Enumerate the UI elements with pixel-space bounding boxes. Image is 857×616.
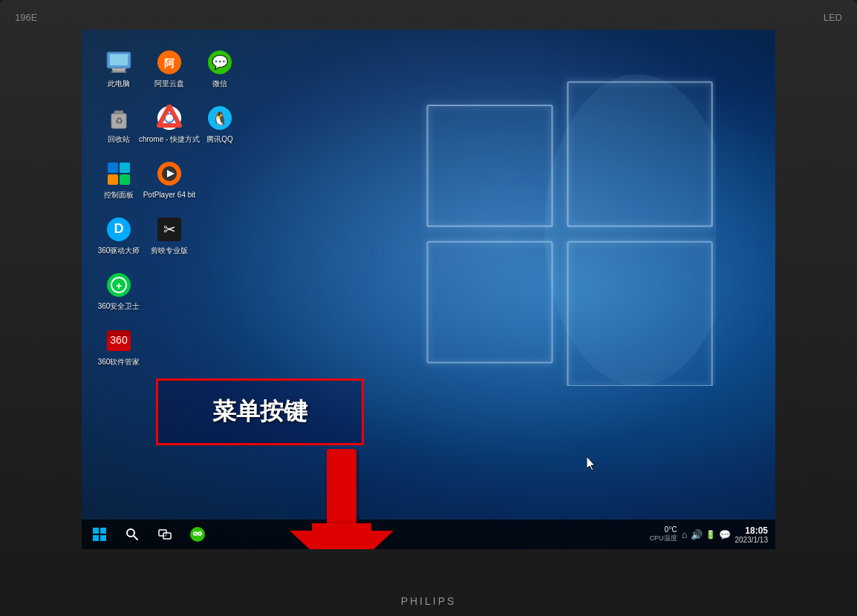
- this-pc-icon: [104, 47, 134, 77]
- windows-logo: [404, 74, 716, 386]
- icon-control-panel[interactable]: 控制面板: [97, 156, 141, 203]
- monitor-model-left: 196E: [15, 12, 37, 23]
- 360driver-label: 360驱动大师: [98, 246, 140, 255]
- desktop-background[interactable]: 此电脑 阿 阿里云盘: [82, 30, 775, 549]
- svg-rect-47: [93, 535, 99, 541]
- 360software-label: 360软件管家: [98, 358, 140, 367]
- icon-row-5: + 360安全卫士: [97, 267, 242, 314]
- control-panel-label: 控制面板: [104, 191, 134, 200]
- svg-point-57: [199, 533, 201, 534]
- this-pc-label: 此电脑: [108, 79, 130, 88]
- monitor-top-bar: 196E LED: [0, 6, 857, 28]
- icon-this-pc[interactable]: 此电脑: [97, 45, 141, 91]
- red-arrow: [290, 449, 394, 549]
- icon-chrome[interactable]: chrome - 快捷方式: [147, 100, 192, 147]
- monitor-brand: PHILIPS: [401, 595, 457, 607]
- svg-point-53: [190, 527, 205, 542]
- network-icon[interactable]: ⌂: [682, 529, 688, 540]
- aliyun-icon: 阿: [154, 47, 184, 77]
- svg-rect-48: [100, 535, 106, 541]
- icon-jianying[interactable]: ✂ 剪映专业版: [147, 212, 192, 258]
- mouse-cursor: [587, 456, 596, 471]
- svg-rect-25: [108, 163, 118, 173]
- 360guard-icon: +: [104, 270, 134, 300]
- svg-line-50: [134, 536, 137, 540]
- svg-text:+: +: [116, 280, 122, 292]
- svg-text:D: D: [114, 221, 124, 236]
- taskbar: 0°C CPU温度 ⌂ 🔊 🔋 💬 18:05 2023/: [82, 520, 775, 549]
- jianying-label: 剪映专业版: [151, 246, 188, 255]
- cpu-label: CPU温度: [650, 534, 677, 543]
- battery-icon[interactable]: 🔋: [706, 530, 716, 540]
- recycle-icon: ♻: [104, 103, 134, 133]
- chrome-label: chrome - 快捷方式: [139, 135, 200, 144]
- potplayer-icon: [154, 159, 184, 189]
- notification-icon[interactable]: 💬: [719, 529, 731, 540]
- svg-text:💬: 💬: [212, 54, 229, 71]
- svg-text:360: 360: [110, 334, 128, 346]
- 360driver-icon: D: [104, 214, 134, 244]
- icon-row-4: D 360驱动大师 ✂ 剪映专业版: [97, 212, 242, 258]
- icon-qq[interactable]: 🐧 腾讯QQ: [198, 100, 242, 147]
- qq-icon: 🐧: [205, 103, 235, 133]
- taskbar-system-icons: ⌂ 🔊 🔋 💬: [682, 529, 731, 540]
- desktop-icons: 此电脑 阿 阿里云盘: [97, 45, 242, 376]
- wechat-icon: 💬: [205, 47, 235, 77]
- icon-wechat[interactable]: 💬 微信: [198, 45, 242, 91]
- screen: 此电脑 阿 阿里云盘: [82, 30, 775, 549]
- icon-360software[interactable]: 360 360软件管家: [97, 323, 141, 370]
- monitor-model-right: LED: [824, 12, 842, 23]
- svg-rect-45: [93, 528, 99, 534]
- 360software-icon: 360: [104, 326, 134, 355]
- temperature-value: 0°C: [665, 525, 677, 534]
- taskbar-left: [82, 520, 212, 549]
- icon-row-3: 控制面板 PotPlayer 64 bit: [97, 156, 242, 203]
- control-panel-icon: [104, 159, 134, 189]
- system-tray: 0°C CPU温度 ⌂ 🔊 🔋 💬: [650, 525, 731, 543]
- svg-rect-18: [114, 111, 123, 114]
- icon-aliyun[interactable]: 阿 阿里云盘: [147, 45, 192, 91]
- time-date-display[interactable]: 18:05 2023/1/13: [735, 525, 769, 544]
- svg-rect-4: [428, 105, 553, 226]
- icon-potplayer[interactable]: PotPlayer 64 bit: [147, 156, 192, 203]
- svg-text:阿: 阿: [164, 57, 175, 69]
- wechat-taskbar-button[interactable]: [183, 520, 212, 549]
- volume-icon[interactable]: 🔊: [691, 529, 703, 540]
- wechat-label: 微信: [212, 79, 227, 88]
- start-button[interactable]: [85, 520, 114, 549]
- icon-360driver[interactable]: D 360驱动大师: [97, 212, 141, 258]
- annotation-box: 菜单按键: [156, 379, 364, 445]
- svg-rect-10: [110, 54, 128, 65]
- date-display: 2023/1/13: [735, 536, 769, 544]
- svg-rect-28: [120, 174, 130, 185]
- svg-rect-52: [163, 533, 171, 539]
- svg-rect-12: [111, 71, 126, 73]
- svg-text:🐧: 🐧: [212, 111, 229, 127]
- task-view-button[interactable]: [150, 520, 180, 549]
- svg-marker-43: [290, 523, 394, 549]
- svg-rect-46: [100, 528, 106, 534]
- icon-row-6: 360 360软件管家: [97, 323, 242, 370]
- time-display: 18:05: [745, 525, 768, 536]
- svg-rect-6: [428, 242, 553, 363]
- taskbar-right: 0°C CPU温度 ⌂ 🔊 🔋 💬 18:05 2023/: [650, 525, 775, 544]
- svg-point-22: [166, 114, 173, 122]
- svg-marker-11: [111, 68, 126, 71]
- 360guard-label: 360安全卫士: [98, 302, 140, 311]
- svg-rect-26: [120, 163, 130, 173]
- monitor-bezel: 196E LED: [0, 0, 857, 616]
- chrome-icon: [154, 103, 184, 133]
- search-taskbar-button[interactable]: [117, 520, 147, 549]
- icon-360guard[interactable]: + 360安全卫士: [97, 267, 141, 314]
- aliyun-label: 阿里云盘: [154, 79, 184, 88]
- jianying-icon: ✂: [154, 214, 184, 244]
- temp-info: 0°C CPU温度: [650, 525, 677, 543]
- potplayer-label: PotPlayer 64 bit: [143, 191, 196, 200]
- svg-marker-44: [587, 456, 595, 471]
- qq-label: 腾讯QQ: [206, 135, 233, 144]
- recycle-label: 回收站: [108, 135, 130, 144]
- svg-rect-27: [108, 174, 118, 185]
- svg-text:♻: ♻: [115, 116, 123, 126]
- icon-recycle[interactable]: ♻ 回收站: [97, 100, 141, 147]
- icon-row-1: 此电脑 阿 阿里云盘: [97, 45, 242, 91]
